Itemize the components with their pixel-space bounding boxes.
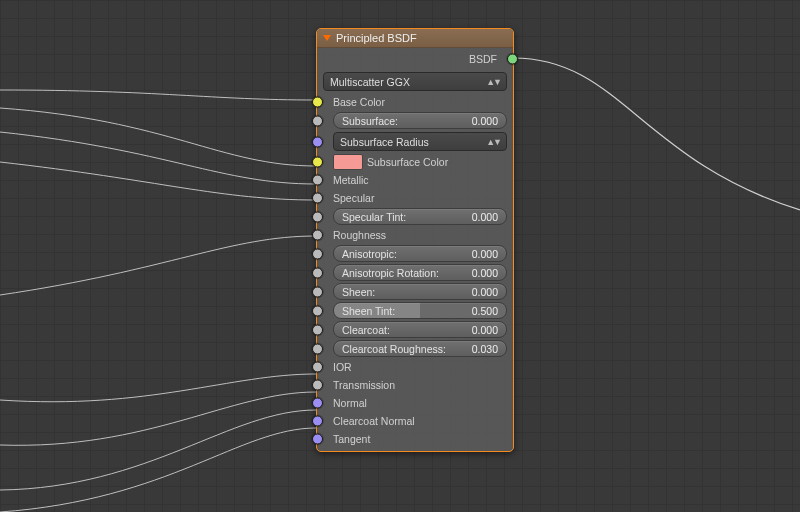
- socket-specular[interactable]: [312, 193, 323, 204]
- node-title: Principled BSDF: [336, 32, 417, 44]
- sheen-tint-slider[interactable]: Sheen Tint: 0.500: [333, 302, 507, 319]
- input-anisotropic-rotation: Anisotropic Rotation: 0.000: [317, 263, 513, 282]
- socket-anisotropic[interactable]: [312, 248, 323, 259]
- input-base-color: Base Color: [317, 93, 513, 111]
- specular-tint-slider[interactable]: Specular Tint: 0.000: [333, 208, 507, 225]
- anisotropic-rotation-slider[interactable]: Anisotropic Rotation: 0.000: [333, 264, 507, 281]
- node-header[interactable]: Principled BSDF: [317, 29, 513, 48]
- socket-sheen[interactable]: [312, 286, 323, 297]
- socket-metallic[interactable]: [312, 175, 323, 186]
- input-sheen: Sheen: 0.000: [317, 282, 513, 301]
- input-clearcoat-roughness: Clearcoat Roughness: 0.030: [317, 339, 513, 358]
- clearcoat-roughness-slider[interactable]: Clearcoat Roughness: 0.030: [333, 340, 507, 357]
- input-clearcoat-normal: Clearcoat Normal: [317, 412, 513, 430]
- socket-tangent[interactable]: [312, 434, 323, 445]
- output-bsdf: BSDF: [317, 48, 513, 70]
- input-subsurface-radius: Subsurface Radius ▲▼: [317, 130, 513, 153]
- subsurface-slider[interactable]: Subsurface: 0.000: [333, 112, 507, 129]
- socket-subsurface-color[interactable]: [312, 157, 323, 168]
- subsurface-color-swatch[interactable]: [333, 154, 363, 170]
- socket-normal[interactable]: [312, 398, 323, 409]
- output-socket-bsdf[interactable]: [507, 54, 518, 65]
- socket-clearcoat[interactable]: [312, 324, 323, 335]
- input-specular: Specular: [317, 189, 513, 207]
- input-tangent: Tangent: [317, 430, 513, 448]
- sheen-slider[interactable]: Sheen: 0.000: [333, 283, 507, 300]
- input-sheen-tint: Sheen Tint: 0.500: [317, 301, 513, 320]
- socket-subsurface[interactable]: [312, 115, 323, 126]
- input-roughness: Roughness: [317, 226, 513, 244]
- socket-transmission[interactable]: [312, 380, 323, 391]
- input-subsurface-color: Subsurface Color: [317, 153, 513, 171]
- input-normal: Normal: [317, 394, 513, 412]
- input-transmission: Transmission: [317, 376, 513, 394]
- subsurface-radius-dropdown[interactable]: Subsurface Radius ▲▼: [333, 132, 507, 151]
- distribution-dropdown[interactable]: Multiscatter GGX ▲▼: [323, 72, 507, 91]
- socket-anisotropic-rotation[interactable]: [312, 267, 323, 278]
- socket-sheen-tint[interactable]: [312, 305, 323, 316]
- input-clearcoat: Clearcoat: 0.000: [317, 320, 513, 339]
- input-specular-tint: Specular Tint: 0.000: [317, 207, 513, 226]
- dropdown-arrows-icon: ▲▼: [486, 137, 500, 147]
- input-anisotropic: Anisotropic: 0.000: [317, 244, 513, 263]
- clearcoat-slider[interactable]: Clearcoat: 0.000: [333, 321, 507, 338]
- socket-clearcoat-roughness[interactable]: [312, 343, 323, 354]
- socket-specular-tint[interactable]: [312, 211, 323, 222]
- dropdown-arrows-icon: ▲▼: [486, 77, 500, 87]
- collapse-triangle-icon[interactable]: [323, 35, 331, 41]
- socket-clearcoat-normal[interactable]: [312, 416, 323, 427]
- input-metallic: Metallic: [317, 171, 513, 189]
- socket-base-color[interactable]: [312, 97, 323, 108]
- socket-subsurface-radius[interactable]: [312, 136, 323, 147]
- input-ior: IOR: [317, 358, 513, 376]
- socket-roughness[interactable]: [312, 230, 323, 241]
- input-subsurface: Subsurface: 0.000: [317, 111, 513, 130]
- anisotropic-slider[interactable]: Anisotropic: 0.000: [333, 245, 507, 262]
- socket-ior[interactable]: [312, 362, 323, 373]
- principled-bsdf-node[interactable]: Principled BSDF BSDF Multiscatter GGX ▲▼…: [316, 28, 514, 452]
